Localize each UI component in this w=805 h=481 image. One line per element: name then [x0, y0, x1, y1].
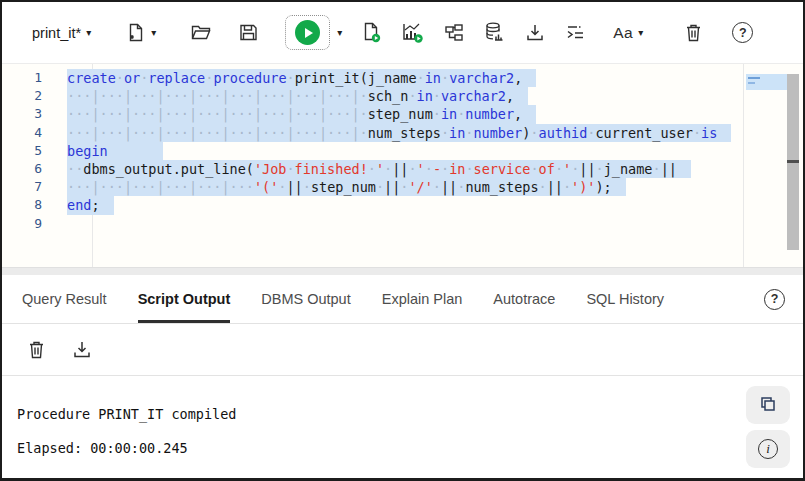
- new-worksheet-button[interactable]: ▾: [125, 22, 156, 43]
- code-line-text: ···|···|···|···|···|···|···|···|···|·num…: [67, 124, 731, 142]
- line-number: 6: [2, 160, 67, 178]
- line-number: 8: [2, 196, 67, 214]
- code-line-text: create·or·replace·procedure·print_it(j_n…: [67, 69, 536, 87]
- code-line[interactable]: 1create·or·replace·procedure·print_it(j_…: [2, 69, 743, 87]
- run-script-button[interactable]: [360, 21, 383, 44]
- code-line-text: ···|···|···|···|···|···|···|···|···|·ste…: [67, 105, 536, 123]
- code-line[interactable]: 2···|···|···|···|···|···|···|···|···|·sc…: [2, 87, 743, 105]
- line-number: 4: [2, 124, 67, 142]
- minimap-mark: [748, 77, 760, 79]
- tab-explain-plan[interactable]: Explain Plan: [382, 275, 463, 323]
- folder-icon: [190, 22, 212, 44]
- run-dropdown-button[interactable]: ▾: [337, 28, 342, 38]
- line-number: 5: [2, 142, 67, 160]
- copy-output-button[interactable]: [746, 386, 790, 424]
- scrollbar-position-mark: [787, 160, 799, 163]
- code-line-text: ··dbms_output.put_line('Job·finished!·'·…: [67, 160, 691, 178]
- code-line-text: ···|···|···|···|···|···|···|···|···|·sch…: [67, 87, 528, 105]
- text-size-button[interactable]: Aa ▾: [613, 24, 643, 42]
- worksheet-selector[interactable]: print_it* ▾: [16, 25, 91, 41]
- code-line[interactable]: 4···|···|···|···|···|···|···|···|···|·nu…: [2, 124, 743, 142]
- tab-script-output[interactable]: Script Output: [138, 275, 231, 323]
- chevron-down-icon: ▾: [86, 28, 91, 38]
- code-line[interactable]: 8end;: [2, 196, 743, 214]
- script-output-toolbar: [2, 324, 803, 376]
- copy-icon: [758, 394, 778, 417]
- output-elapsed: Elapsed: 00:00:00.245: [17, 440, 188, 456]
- tab-autotrace[interactable]: Autotrace: [493, 275, 555, 323]
- editor-results-splitter[interactable]: [2, 267, 803, 275]
- download-button[interactable]: [524, 22, 546, 44]
- results-help-button[interactable]: ?: [764, 289, 785, 310]
- clear-worksheet-button[interactable]: [683, 22, 704, 43]
- toolbar-help-button[interactable]: ?: [732, 22, 753, 43]
- editor-vertical-scrollbar[interactable]: [787, 74, 799, 250]
- line-number: 9: [2, 215, 67, 233]
- sql-editor[interactable]: 1create·or·replace·procedure·print_it(j_…: [2, 64, 803, 267]
- tab-dbms-output[interactable]: DBMS Output: [261, 275, 350, 323]
- code-line[interactable]: 9: [2, 215, 743, 233]
- trash-icon: [26, 339, 47, 360]
- format-button[interactable]: [564, 21, 587, 44]
- clear-output-button[interactable]: [26, 339, 47, 360]
- tab-sql-history[interactable]: SQL History: [586, 275, 664, 323]
- database-chart-icon: [483, 21, 506, 44]
- sql-worksheet-window: print_it* ▾ ▾: [0, 0, 805, 481]
- code-lines: 1create·or·replace·procedure·print_it(j_…: [2, 69, 743, 233]
- output-info-button[interactable]: i: [746, 430, 790, 468]
- code-line[interactable]: 3···|···|···|···|···|···|···|···|···|·st…: [2, 105, 743, 123]
- text-size-label: Aa: [613, 24, 633, 42]
- editor-right-divider: [743, 64, 744, 267]
- line-number: 3: [2, 105, 67, 123]
- line-number: 1: [2, 69, 67, 87]
- code-line[interactable]: 6··dbms_output.put_line('Job·finished!·'…: [2, 160, 743, 178]
- chevron-down-icon: ▾: [151, 28, 156, 38]
- help-icon: ?: [764, 289, 785, 310]
- format-icon: [564, 21, 587, 44]
- save-button[interactable]: [238, 22, 259, 43]
- code-line-text: end;: [67, 196, 114, 214]
- worksheet-name: print_it*: [32, 25, 81, 41]
- new-file-icon: [125, 22, 146, 43]
- trash-icon: [683, 22, 704, 43]
- code-line[interactable]: 7···|···|···|···|···|···'('·||·step_num·…: [2, 178, 743, 196]
- autotrace-button[interactable]: [401, 21, 425, 45]
- minimap-selection[interactable]: [746, 74, 787, 90]
- run-statement-group: ▾: [285, 15, 342, 50]
- results-tab-bar: Query ResultScript OutputDBMS OutputExpl…: [2, 275, 803, 324]
- tab-query-result[interactable]: Query Result: [22, 275, 107, 323]
- info-icon: i: [758, 439, 778, 459]
- chevron-down-icon: ▾: [337, 28, 342, 38]
- hierarchy-icon: [443, 22, 465, 44]
- worksheet-toolbar: print_it* ▾ ▾: [2, 2, 803, 64]
- line-number: 2: [2, 87, 67, 105]
- line-number: 7: [2, 178, 67, 196]
- output-message: Procedure PRINT_IT compiled: [17, 406, 236, 422]
- save-icon: [238, 22, 259, 43]
- download-icon: [524, 22, 546, 44]
- chart-run-icon: [401, 21, 425, 45]
- script-output-panel: Procedure PRINT_IT compiled Elapsed: 00:…: [2, 376, 803, 479]
- code-line-text: ···|···|···|···|···|···'('·||·step_num·|…: [67, 178, 626, 196]
- database-statistics-button[interactable]: [483, 21, 506, 44]
- run-script-icon: [360, 21, 383, 44]
- minimap-mark: [748, 82, 755, 84]
- download-icon: [71, 339, 93, 361]
- code-line[interactable]: 5begin: [2, 142, 743, 160]
- run-statement-button[interactable]: [285, 15, 330, 50]
- help-icon: ?: [732, 22, 753, 43]
- open-button[interactable]: [190, 22, 212, 44]
- download-output-button[interactable]: [71, 339, 93, 361]
- chevron-down-icon: ▾: [638, 28, 643, 38]
- code-line-text: begin: [67, 142, 163, 160]
- explain-plan-button[interactable]: [443, 22, 465, 44]
- run-play-icon: [295, 20, 320, 45]
